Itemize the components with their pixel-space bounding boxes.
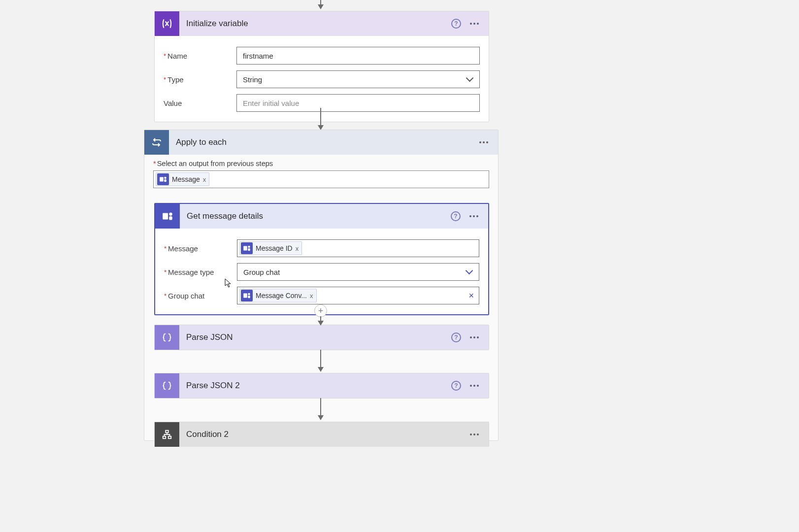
help-icon[interactable]: ? [451,211,461,221]
svg-rect-12 [166,431,168,433]
token-label: Message [172,175,200,183]
json-icon [155,325,179,350]
step-title: Initialize variable [179,11,451,36]
token-message-id[interactable]: Message ID x [239,241,302,255]
step-title: Parse JSON [179,325,451,350]
select-output-field[interactable]: Message x [153,170,489,188]
step-title: Condition 2 [179,422,468,447]
token-message[interactable]: Message x [156,172,209,186]
message-label: Message [164,244,237,253]
apply-to-each-card: Apply to each Select an output from prev… [144,130,499,441]
type-value: String [243,75,262,84]
flow-arrow [320,316,321,322]
remove-token-icon[interactable]: x [296,245,299,252]
json-icon [155,373,179,398]
message-type-value: Group chat [243,268,280,276]
flow-arrow [320,398,321,417]
message-type-label: Message type [164,268,237,276]
step-title: Apply to each [169,130,477,155]
remove-token-icon[interactable]: x [310,292,313,299]
get-message-details-header[interactable]: Get message details ? [155,204,488,229]
condition-2-card: Condition 2 [154,422,489,447]
help-icon[interactable]: ? [451,381,461,391]
step-title: Parse JSON 2 [179,373,451,398]
parse-json-2-header[interactable]: Parse JSON 2 ? [155,373,489,398]
parse-json-2-card: Parse JSON 2 ? [154,373,489,399]
svg-rect-5 [169,216,172,220]
token-label: Message ID [256,244,293,252]
token-label: Message Conv... [256,292,307,299]
svg-rect-6 [243,246,247,251]
group-chat-label: Group chat [164,292,237,300]
more-menu-button[interactable] [468,383,481,389]
svg-rect-8 [248,248,250,251]
teams-icon [155,204,180,229]
chevron-down-icon [466,268,473,275]
help-icon[interactable]: ? [451,19,461,29]
more-menu-button[interactable] [467,213,480,219]
more-menu-button[interactable] [468,21,481,27]
condition-2-header[interactable]: Condition 2 [155,422,489,447]
more-menu-button[interactable] [468,334,481,340]
type-dropdown[interactable]: String [236,70,480,88]
flow-arrow [320,0,321,6]
variable-icon [155,11,179,36]
apply-to-each-header[interactable]: Apply to each [144,130,498,155]
svg-rect-13 [163,436,166,439]
loop-icon [144,130,169,155]
svg-point-1 [164,177,166,179]
step-title: Get message details [180,204,451,229]
parse-json-header[interactable]: Parse JSON ? [155,325,489,350]
initialize-variable-header[interactable]: Initialize variable ? [155,11,489,36]
teams-icon [241,290,253,301]
svg-point-7 [248,246,250,248]
clear-field-icon[interactable]: × [468,291,474,301]
flow-arrow [320,350,321,368]
card-body: Name Type String Value [155,36,489,122]
more-menu-button[interactable] [468,432,481,437]
teams-icon [157,173,169,185]
help-icon[interactable]: ? [451,332,461,342]
group-chat-field[interactable]: Message Conv... x × [237,287,479,304]
remove-token-icon[interactable]: x [203,176,206,183]
svg-rect-2 [164,179,166,182]
condition-icon [155,422,179,447]
svg-rect-11 [248,296,250,298]
message-type-dropdown[interactable]: Group chat [237,263,479,281]
add-step-button[interactable]: + [314,304,327,317]
svg-rect-0 [160,177,164,182]
more-menu-button[interactable] [477,139,490,145]
name-input[interactable] [236,47,480,65]
type-label: Type [164,75,236,84]
token-message-conv[interactable]: Message Conv... x [239,289,317,302]
message-field[interactable]: Message ID x [237,239,479,257]
svg-rect-3 [163,213,168,220]
select-output-label: Select an output from previous steps [153,160,489,167]
parse-json-card: Parse JSON ? [154,325,489,350]
flow-arrow [320,108,321,127]
apply-to-each-body: Select an output from previous steps Mes… [144,155,498,197]
value-label: Value [164,99,236,107]
get-message-details-card: Get message details ? Message Message ID [154,203,489,315]
svg-point-4 [169,212,172,216]
initialize-variable-card: Initialize variable ? Name Type String V… [154,11,489,122]
chevron-down-icon [466,76,473,83]
svg-rect-14 [168,436,171,439]
svg-point-10 [248,293,250,296]
card-body: Message Message ID x Message type [155,229,488,314]
name-label: Name [164,52,236,60]
value-input[interactable] [236,94,480,112]
teams-icon [241,242,253,254]
svg-rect-9 [243,294,247,298]
